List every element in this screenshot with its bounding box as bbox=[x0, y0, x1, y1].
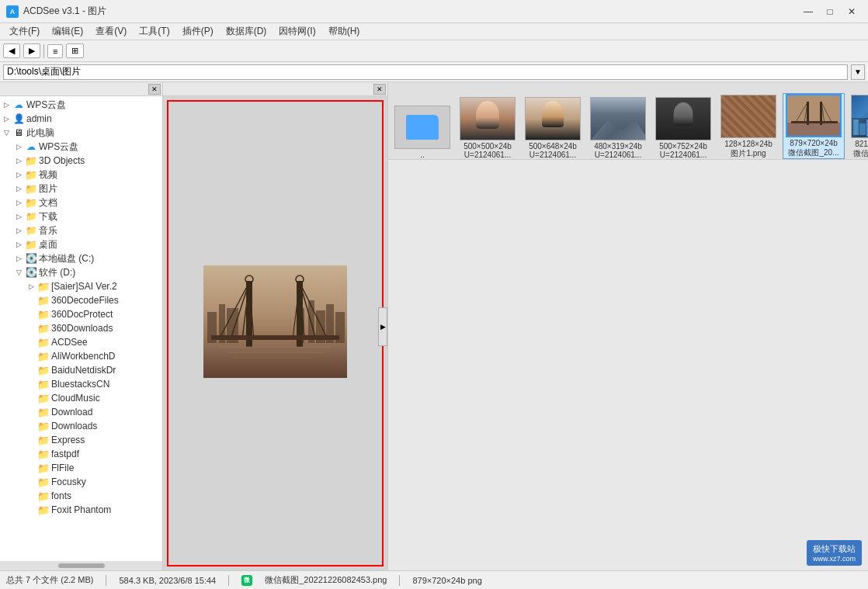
tree-item-foxit[interactable]: 📁 Foxit Phantom bbox=[0, 503, 162, 517]
tree-toggle[interactable]: ▷ bbox=[12, 252, 25, 265]
tree-item-focusky[interactable]: 📁 Focusky bbox=[0, 475, 162, 489]
tree-toggle[interactable] bbox=[25, 476, 37, 488]
tree-toggle[interactable]: ▷ bbox=[12, 224, 25, 237]
tree-toggle[interactable]: ▷ bbox=[12, 238, 25, 251]
tree-label: admin bbox=[26, 113, 52, 124]
menu-edit[interactable]: 编辑(E) bbox=[46, 23, 89, 40]
close-button[interactable]: ✕ bbox=[842, 4, 862, 19]
thumb-6-selected[interactable]: 879×720×24b 微信截图_20... bbox=[783, 93, 845, 159]
thumb-7[interactable]: 821×445×32b 微信截图_20... bbox=[848, 95, 868, 159]
tree-item-fonts[interactable]: 📁 fonts bbox=[0, 489, 162, 503]
tree-item-cloudmusic[interactable]: 📁 CloudMusic bbox=[0, 391, 162, 405]
tree-toggle[interactable]: ▷ bbox=[12, 210, 25, 223]
tree-item-download2[interactable]: 📁 Download bbox=[0, 405, 162, 419]
window-controls: — □ ✕ bbox=[798, 4, 862, 19]
left-panel-close[interactable]: ✕ bbox=[148, 84, 161, 95]
tree-toggle[interactable]: ▷ bbox=[12, 196, 25, 209]
tree-toggle[interactable]: ▷ bbox=[0, 99, 12, 111]
tree-toggle[interactable] bbox=[25, 504, 37, 516]
tree-item-downloads2[interactable]: 📁 Downloads bbox=[0, 419, 162, 433]
tree-toggle[interactable] bbox=[25, 462, 37, 474]
tree-item-admin[interactable]: ▷ 👤 admin bbox=[0, 112, 162, 126]
tree-item-docs[interactable]: ▷ 📁 文档 bbox=[0, 196, 162, 210]
tree-label: 此电脑 bbox=[26, 126, 54, 140]
tree-toggle[interactable]: ▷ bbox=[0, 113, 12, 125]
menu-help[interactable]: 帮助(H) bbox=[322, 23, 366, 40]
tree-toggle[interactable]: ▽ bbox=[0, 126, 12, 139]
tree-item-saier[interactable]: ▷ 📁 [Saier]SAI Ver.2 bbox=[0, 279, 162, 293]
preview-panel-header: ✕ bbox=[163, 82, 387, 96]
toolbar-expand2[interactable]: ⊞ bbox=[66, 43, 84, 58]
tree-item-3dobjects[interactable]: ▷ 📁 3D Objects bbox=[0, 154, 162, 168]
tree-item-fastpdf[interactable]: 📁 fastpdf bbox=[0, 447, 162, 461]
thumb-name-label: U=2124061... bbox=[660, 151, 707, 159]
tree-item-express[interactable]: 📁 Express bbox=[0, 433, 162, 447]
tree-toggle[interactable] bbox=[25, 490, 37, 502]
menu-view[interactable]: 查看(V) bbox=[89, 23, 133, 40]
maximize-button[interactable]: □ bbox=[820, 4, 840, 19]
thumb-3[interactable]: 480×319×24b U=2124061... bbox=[587, 97, 649, 159]
tree-toggle[interactable]: ▷ bbox=[25, 280, 37, 293]
tree-toggle[interactable] bbox=[25, 434, 37, 446]
tree-toggle[interactable] bbox=[25, 406, 37, 418]
tree-item-baidunet[interactable]: 📁 BaiduNetdiskDr bbox=[0, 363, 162, 377]
tree-item-softwared[interactable]: ▽ 💽 软件 (D:) bbox=[0, 265, 162, 279]
tree-item-360doc[interactable]: 📁 360DocProtect bbox=[0, 307, 162, 321]
preview-resize-handle[interactable]: ▶ bbox=[378, 307, 387, 346]
tree-toggle[interactable]: ▽ bbox=[12, 266, 25, 279]
tree-toggle[interactable]: ▷ bbox=[12, 168, 25, 181]
title-text: ACDSee v3.1 - 图片 bbox=[23, 5, 798, 18]
tree-toggle[interactable] bbox=[25, 364, 37, 376]
tree-toggle[interactable] bbox=[25, 308, 37, 320]
tree-item-music[interactable]: ▷ 📁 音乐 bbox=[0, 223, 162, 237]
address-dropdown[interactable]: ▼ bbox=[851, 64, 865, 80]
tree-toggle[interactable]: ▷ bbox=[12, 182, 25, 195]
minimize-button[interactable]: — bbox=[798, 4, 818, 19]
tree-toggle[interactable] bbox=[25, 336, 37, 348]
tree-toggle[interactable] bbox=[25, 378, 37, 390]
menu-file[interactable]: 文件(F) bbox=[3, 23, 46, 40]
thumb-parent[interactable]: .. bbox=[391, 106, 453, 159]
tree-toggle[interactable] bbox=[25, 448, 37, 460]
tree-toggle[interactable]: ▷ bbox=[12, 140, 25, 153]
tree-item-pictures[interactable]: ▷ 📁 图片 bbox=[0, 182, 162, 196]
svg-rect-20 bbox=[211, 335, 339, 340]
thumb-4[interactable]: 500×752×24b U=2124061... bbox=[652, 97, 714, 159]
menu-plugins[interactable]: 插件(P) bbox=[176, 23, 220, 40]
tree-item-acdsee[interactable]: 📁 ACDSee bbox=[0, 335, 162, 349]
tree-item-360decode[interactable]: 📁 360DecodeFiles bbox=[0, 293, 162, 307]
thumb-2[interactable]: 500×648×24b U=2124061... bbox=[522, 97, 584, 159]
tree-toggle[interactable]: ▷ bbox=[12, 154, 25, 167]
tree-item-bluestacks[interactable]: 📁 BluestacksCN bbox=[0, 377, 162, 391]
tree-toggle[interactable] bbox=[25, 350, 37, 362]
tree-item-video[interactable]: ▷ 📁 视频 bbox=[0, 168, 162, 182]
svg-rect-34 bbox=[791, 121, 838, 123]
preview-content bbox=[163, 96, 387, 570]
tree-item-wps-cloud[interactable]: ▷ ☁ WPS云盘 bbox=[0, 98, 162, 112]
cloud-icon: ☁ bbox=[12, 99, 25, 110]
thumb-name-label: 微信截图_20... bbox=[853, 148, 868, 159]
tree-toggle[interactable] bbox=[25, 322, 37, 334]
tree-item-this-pc[interactable]: ▽ 🖥 此电脑 bbox=[0, 126, 162, 140]
toolbar-forward[interactable]: ▶ bbox=[23, 43, 40, 58]
tree-item-aliwork[interactable]: 📁 AliWorkbenchD bbox=[0, 349, 162, 363]
tree-item-flfile[interactable]: 📁 FlFile bbox=[0, 461, 162, 475]
toolbar-expand[interactable]: ≡ bbox=[47, 44, 63, 58]
tree-item-localc[interactable]: ▷ 💽 本地磁盘 (C:) bbox=[0, 251, 162, 265]
address-input[interactable] bbox=[3, 64, 848, 80]
menu-internet[interactable]: 因特网(I) bbox=[273, 23, 321, 40]
thumb-1[interactable]: 500×500×24b U=2124061... bbox=[457, 97, 519, 159]
menu-database[interactable]: 数据库(D) bbox=[220, 23, 273, 40]
tree-item-desktop[interactable]: ▷ 📁 桌面 bbox=[0, 237, 162, 251]
tree-item-download[interactable]: ▷ 📁 下载 bbox=[0, 210, 162, 223]
tree-item-360dl[interactable]: 📁 360Downloads bbox=[0, 321, 162, 335]
tree-toggle[interactable] bbox=[25, 420, 37, 432]
menu-tools[interactable]: 工具(T) bbox=[133, 23, 175, 40]
tree-toggle[interactable] bbox=[25, 294, 37, 307]
thumb-5[interactable]: 128×128×24b 图片1.png bbox=[717, 95, 779, 159]
tree-toggle[interactable] bbox=[25, 392, 37, 404]
tree-item-wps-cloud2[interactable]: ▷ ☁ WPS云盘 bbox=[0, 140, 162, 154]
preview-panel-close[interactable]: ✕ bbox=[373, 84, 386, 95]
toolbar-back[interactable]: ◀ bbox=[3, 43, 20, 58]
tree-label: 360DocProtect bbox=[51, 309, 113, 320]
